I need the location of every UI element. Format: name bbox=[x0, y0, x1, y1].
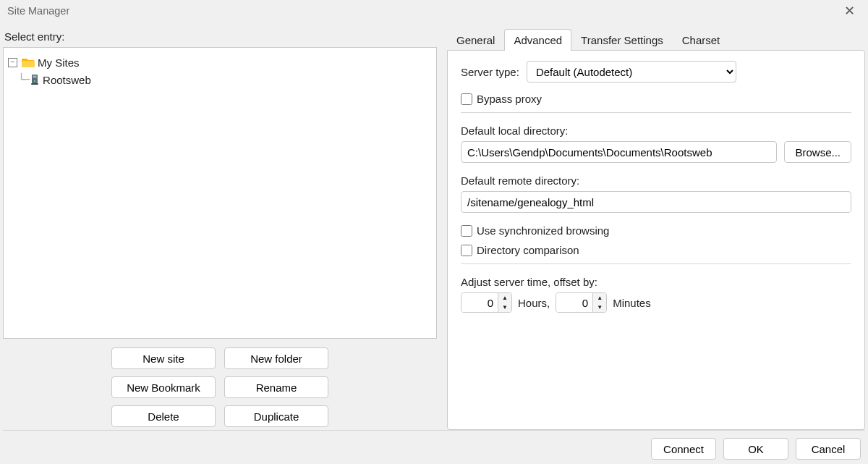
tab-transfer-settings[interactable]: Transfer Settings bbox=[571, 29, 673, 51]
chevron-up-icon[interactable]: ▲ bbox=[593, 293, 606, 303]
minutes-label: Minutes bbox=[613, 297, 651, 309]
dir-compare-label: Directory comparison bbox=[477, 244, 579, 256]
left-panel: Select entry: − My Sites └─ bbox=[3, 22, 437, 430]
folder-icon bbox=[22, 57, 35, 67]
cancel-button[interactable]: Cancel bbox=[796, 438, 861, 460]
svg-rect-3 bbox=[31, 83, 38, 85]
ok-button[interactable]: OK bbox=[723, 438, 788, 460]
select-entry-label: Select entry: bbox=[3, 30, 437, 43]
svg-rect-1 bbox=[33, 76, 37, 78]
local-dir-label: Default local directory: bbox=[461, 125, 851, 137]
chevron-down-icon[interactable]: ▼ bbox=[593, 303, 606, 312]
chevron-up-icon[interactable]: ▲ bbox=[498, 293, 511, 303]
bypass-proxy-checkbox[interactable] bbox=[461, 93, 472, 105]
tab-general[interactable]: General bbox=[447, 29, 504, 51]
tree-node-label: Rootsweb bbox=[43, 74, 91, 86]
tree-node-site[interactable]: └─ Rootsweb bbox=[8, 71, 432, 88]
new-bookmark-button[interactable]: New Bookmark bbox=[111, 376, 216, 398]
new-site-button[interactable]: New site bbox=[111, 347, 216, 369]
hours-label: Hours, bbox=[518, 297, 550, 309]
tab-charset[interactable]: Charset bbox=[673, 29, 730, 51]
tab-advanced[interactable]: Advanced bbox=[504, 29, 571, 51]
hours-spinner[interactable]: ▲ ▼ bbox=[461, 292, 512, 313]
server-type-label: Server type: bbox=[461, 66, 519, 78]
svg-point-2 bbox=[34, 80, 35, 82]
titlebar: Site Manager ✕ bbox=[0, 0, 868, 22]
delete-button[interactable]: Delete bbox=[111, 405, 216, 427]
local-dir-input[interactable] bbox=[461, 141, 777, 163]
sync-browsing-label: Use synchronized browsing bbox=[477, 224, 609, 237]
rename-button[interactable]: Rename bbox=[224, 376, 328, 398]
new-folder-button[interactable]: New folder bbox=[224, 347, 328, 369]
offset-label: Adjust server time, offset by: bbox=[461, 276, 851, 288]
site-tree[interactable]: − My Sites └─ Rootsweb bbox=[3, 47, 437, 339]
site-manager-dialog: Site Manager ✕ Select entry: − My Sites … bbox=[0, 0, 868, 464]
right-panel: General Advanced Transfer Settings Chars… bbox=[447, 22, 865, 430]
chevron-down-icon[interactable]: ▼ bbox=[498, 303, 511, 312]
dir-compare-row[interactable]: Directory comparison bbox=[461, 244, 851, 256]
sync-browsing-row[interactable]: Use synchronized browsing bbox=[461, 224, 851, 237]
advanced-panel: Server type: Default (Autodetect) Bypass… bbox=[447, 50, 865, 430]
client-area: Select entry: − My Sites └─ bbox=[0, 22, 868, 464]
browse-button[interactable]: Browse... bbox=[784, 141, 851, 163]
bypass-proxy-row[interactable]: Bypass proxy bbox=[461, 93, 851, 105]
hours-input[interactable] bbox=[461, 293, 498, 312]
connect-button[interactable]: Connect bbox=[651, 438, 716, 460]
minutes-spinner[interactable]: ▲ ▼ bbox=[556, 292, 607, 313]
remote-dir-input[interactable] bbox=[461, 191, 851, 213]
remote-dir-label: Default remote directory: bbox=[461, 174, 851, 187]
entry-buttons: New site New folder New Bookmark Rename … bbox=[3, 339, 437, 430]
tree-node-label: My Sites bbox=[38, 56, 80, 69]
close-icon[interactable]: ✕ bbox=[835, 3, 864, 19]
dialog-footer: Connect OK Cancel bbox=[3, 430, 865, 464]
duplicate-button[interactable]: Duplicate bbox=[224, 405, 328, 427]
bypass-proxy-label: Bypass proxy bbox=[477, 93, 542, 105]
server-icon bbox=[30, 74, 40, 85]
sync-browsing-checkbox[interactable] bbox=[461, 225, 472, 237]
tree-node-mysites[interactable]: − My Sites bbox=[8, 54, 432, 71]
collapse-icon[interactable]: − bbox=[8, 58, 17, 67]
dir-compare-checkbox[interactable] bbox=[461, 245, 472, 256]
tab-strip: General Advanced Transfer Settings Chars… bbox=[447, 26, 865, 51]
window-title: Site Manager bbox=[4, 5, 835, 17]
tree-branch-icon: └─ bbox=[18, 73, 28, 86]
minutes-input[interactable] bbox=[556, 293, 592, 312]
server-type-select[interactable]: Default (Autodetect) bbox=[527, 61, 736, 83]
